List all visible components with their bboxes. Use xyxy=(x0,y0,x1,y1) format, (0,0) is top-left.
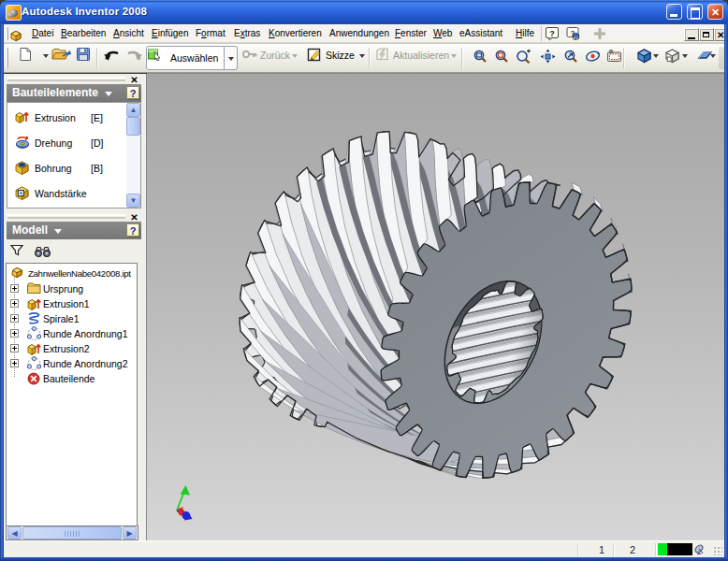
svg-text:?: ? xyxy=(549,29,555,38)
